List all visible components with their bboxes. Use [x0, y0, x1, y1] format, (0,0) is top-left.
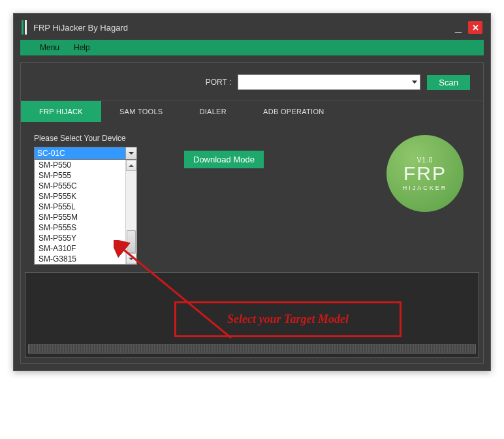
tab-adb-operation[interactable]: ADB OPERATION [245, 101, 343, 122]
tab-bar: FRP HIJACK SAM TOOLS DIALER ADB OPERATIO… [21, 100, 483, 122]
logo-sub-text: HIJACKER [403, 185, 448, 191]
device-option[interactable]: SM-P555C [35, 181, 125, 191]
scroll-up-icon[interactable] [126, 160, 136, 171]
titlebar: FRP HiJacker By Hagard _ ✕ [14, 14, 490, 40]
app-logo: V1.0 FRP HIJACKER [386, 135, 464, 212]
close-button[interactable]: ✕ [468, 21, 482, 34]
minimize-button[interactable]: _ [455, 24, 462, 31]
tab-dialer[interactable]: DIALER [181, 101, 245, 122]
menubar: Menu Help [20, 40, 484, 55]
window-title: FRP HiJacker By Hagard [33, 23, 455, 33]
download-mode-button[interactable]: Download Mode [184, 151, 264, 168]
device-option[interactable]: SM-P555M [35, 212, 125, 222]
scroll-track[interactable] [126, 171, 136, 253]
tab-frp-hijack[interactable]: FRP HIJACK [21, 101, 101, 122]
port-select[interactable] [238, 74, 420, 90]
device-option-list: SM-P550 SM-P555 SM-P555C SM-P555K SM-P55… [34, 160, 137, 265]
progress-bar [28, 344, 476, 354]
menu-menu[interactable]: Menu [40, 41, 59, 54]
device-dropdown[interactable]: SC-01C SM-P550 SM-P555 SM-P555C SM-P555K… [34, 147, 137, 160]
port-label: PORT : [206, 78, 232, 87]
device-option[interactable]: SM-P555 [35, 170, 125, 181]
device-option[interactable]: SM-P555S [35, 222, 125, 233]
chevron-down-icon [412, 81, 417, 84]
scroll-down-icon[interactable] [126, 253, 136, 264]
device-option[interactable]: SM-P555L [35, 202, 125, 212]
scrollbar[interactable] [125, 160, 136, 264]
menu-help[interactable]: Help [74, 41, 90, 54]
main-panel: PORT : Scan FRP HIJACK SAM TOOLS DIALER … [20, 62, 484, 364]
app-icon [22, 20, 27, 35]
app-window: FRP HiJacker By Hagard _ ✕ Menu Help POR… [13, 13, 491, 371]
device-option[interactable]: SM-G3815 [35, 254, 125, 264]
scroll-thumb[interactable] [127, 230, 136, 253]
logo-main-text: FRP [403, 164, 447, 183]
log-panel: Select your Target Model [25, 272, 479, 358]
device-option[interactable]: SM-P555Y [35, 233, 125, 243]
chevron-down-icon[interactable] [125, 147, 136, 159]
device-selected-value[interactable]: SC-01C [34, 147, 137, 160]
device-option[interactable]: SM-A310F [35, 243, 125, 254]
port-row: PORT : Scan [21, 63, 483, 100]
content-area: Please Select Your Device SC-01C SM-P550… [21, 122, 483, 272]
scan-button[interactable]: Scan [427, 75, 470, 90]
tab-sam-tools[interactable]: SAM TOOLS [101, 101, 181, 122]
device-option[interactable]: SM-P555K [35, 191, 125, 202]
device-option[interactable]: SM-P550 [35, 160, 125, 170]
annotation-callout: Select your Target Model [174, 301, 402, 337]
